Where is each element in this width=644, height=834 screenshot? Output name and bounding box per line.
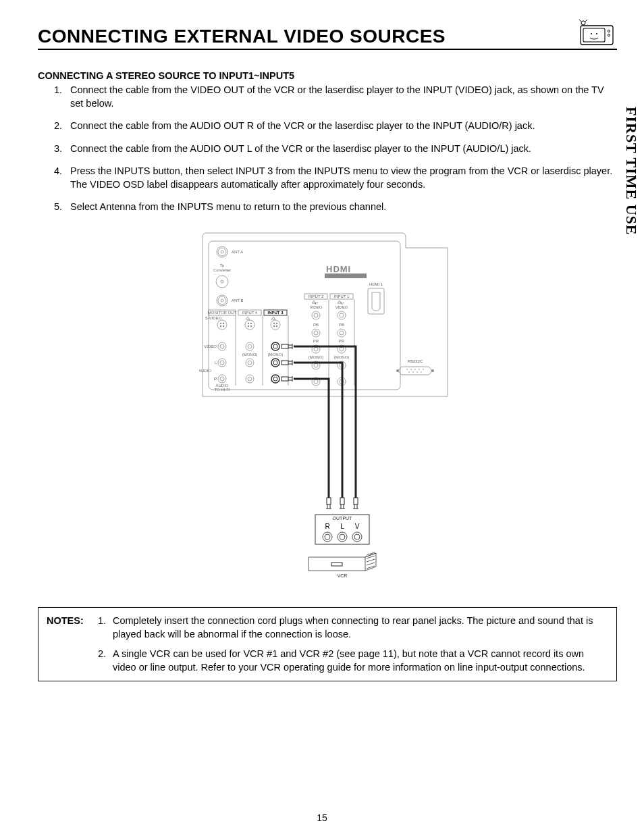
diagram-label-audio: AUDIO [199,369,211,373]
diagram-label-input3: INPUT 3 [267,311,284,315]
side-tab: FIRST TIME USE [622,107,640,235]
svg-point-49 [340,347,344,351]
diagram-container: ANT A To Converter ANT B HDMI HDMI 1 [38,228,617,588]
diagram-label-ant-a: ANT A [232,250,243,254]
svg-point-101 [338,532,347,542]
svg-point-39 [314,313,318,317]
svg-rect-105 [331,563,342,566]
diagram-label-out-l: L [340,523,344,530]
diagram-label-r: R [214,377,217,381]
svg-point-9 [218,248,226,256]
diagram-label-mono-3: (MONO) [268,353,284,357]
svg-point-50 [218,342,226,350]
svg-point-44 [338,329,346,337]
svg-point-28 [245,320,254,330]
svg-point-34 [273,323,275,324]
svg-point-52 [246,342,254,350]
svg-point-73 [314,380,318,384]
notes-item: Completely insert the connection cord pl… [109,615,608,641]
svg-point-53 [248,344,252,348]
step-item: Connect the cable from the AUDIO OUT R o… [65,120,617,133]
svg-point-6 [596,33,597,34]
svg-point-103 [352,532,362,542]
step-item: Connect the cable from the VIDEO OUT of … [65,84,617,110]
svg-point-32 [250,325,252,327]
svg-point-36 [273,325,275,327]
svg-point-66 [218,375,226,383]
svg-point-84 [410,369,412,370]
svg-point-27 [223,325,224,327]
tv-icon [576,19,617,47]
svg-point-81 [396,369,399,372]
svg-point-104 [354,534,360,540]
svg-point-82 [431,369,434,372]
diagram-label-yvideo-2b: VIDEO [310,305,323,309]
svg-point-59 [248,361,252,365]
notes-label: NOTES: [47,615,88,674]
svg-point-99 [323,532,332,542]
diagram-label-yvideo-1b: VIDEO [336,305,348,309]
step-item: Press the INPUTS button, then select INP… [65,165,617,191]
svg-rect-7 [209,241,400,390]
svg-point-41 [340,313,344,317]
diagram-label-pr-2: PR [313,339,319,343]
svg-point-5 [591,33,592,34]
diagram-label-input2: INPUT 2 [308,294,325,298]
step-item: Connect the cable from the AUDIO OUT L o… [65,142,617,156]
diagram-label-video-row: VIDEO [204,344,217,348]
svg-rect-92 [281,344,288,348]
diagram-label-svideo: S-VIDEO [205,316,222,320]
svg-point-30 [250,323,252,324]
svg-point-40 [338,311,346,319]
connection-diagram: ANT A To Converter ANT B HDMI HDMI 1 [199,228,456,585]
svg-point-37 [276,325,277,327]
svg-point-61 [273,361,277,365]
svg-rect-16 [325,273,367,278]
page-number: 15 [0,812,644,823]
diagram-label-l: L [215,361,217,365]
svg-point-3 [608,34,610,36]
diagram-label-monitor-out: MONITOR OUT [208,311,237,315]
svg-point-23 [217,320,227,330]
diagram-label-mono-4: (MONO) [242,353,258,357]
diagram-label-rs232c: RS232C [408,359,423,363]
svg-point-88 [408,371,410,373]
svg-point-45 [340,331,344,335]
svg-point-100 [325,534,330,540]
svg-point-56 [218,359,226,367]
title-row: CONNECTING EXTERNAL VIDEO SOURCES [38,19,617,50]
svg-rect-1 [583,28,605,42]
svg-point-2 [608,30,610,32]
svg-point-58 [246,359,254,367]
diagram-label-output: OUTPUT [333,516,353,521]
svg-rect-96 [340,498,344,504]
svg-point-70 [271,375,279,383]
diagram-label-input1: INPUT 1 [334,294,350,298]
svg-point-71 [273,377,277,381]
svg-point-91 [421,371,422,373]
svg-point-42 [312,329,320,337]
svg-point-15 [221,299,223,302]
svg-point-12 [221,280,223,283]
svg-point-55 [273,344,277,348]
svg-point-69 [248,377,252,381]
diagram-label-mono-1: (MONO) [334,355,350,359]
svg-rect-95 [327,498,331,504]
page-title: CONNECTING EXTERNAL VIDEO SOURCES [38,26,446,47]
svg-point-67 [220,377,224,381]
svg-point-90 [417,371,418,373]
diagram-label-input4: INPUT 4 [242,311,259,315]
page: CONNECTING EXTERNAL VIDEO SOURCES FIRST … [0,0,644,834]
svg-point-47 [314,347,318,351]
diagram-label-to-converter2: Converter [213,268,231,272]
diagram-label-out-r: R [325,523,329,530]
diagram-label-to-converter: To [220,263,225,267]
svg-point-85 [414,369,416,370]
diagram-label-hdmi1: HDMI 1 [369,282,383,286]
diagram-label-pb-2: PB [313,323,319,327]
svg-point-57 [220,361,224,365]
svg-point-87 [423,369,424,370]
diagram-label-audio-hifi2: TO HI-FI [214,388,230,392]
svg-point-24 [220,323,221,324]
svg-point-35 [276,323,277,324]
